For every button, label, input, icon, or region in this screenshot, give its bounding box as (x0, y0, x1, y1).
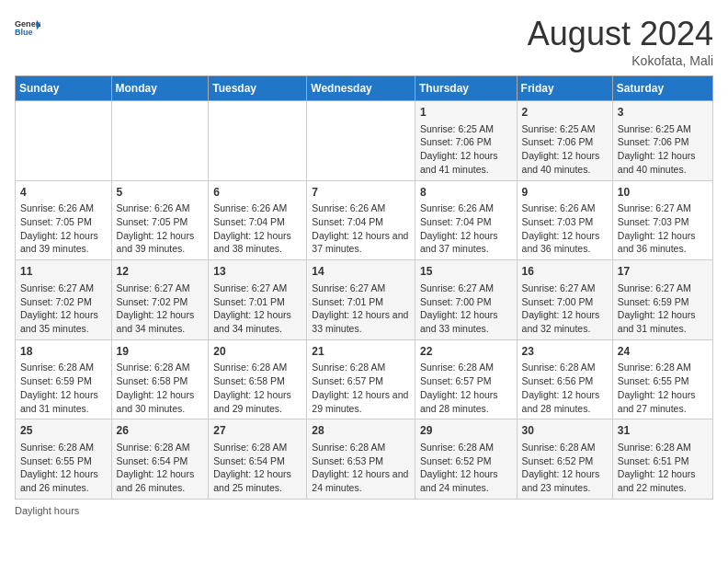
day-info: Sunrise: 6:28 AM (312, 361, 410, 374)
calendar-cell: 13Sunrise: 6:27 AMSunset: 7:01 PMDayligh… (209, 260, 307, 340)
day-number: 2 (522, 105, 608, 121)
day-info: Sunrise: 6:28 AM (20, 441, 107, 454)
day-info: Sunrise: 6:27 AM (213, 282, 301, 295)
day-number: 16 (522, 264, 608, 280)
calendar-cell: 14Sunrise: 6:27 AMSunset: 7:01 PMDayligh… (307, 260, 415, 340)
day-number: 17 (618, 264, 708, 280)
calendar-table: SundayMondayTuesdayWednesdayThursdayFrid… (15, 75, 713, 500)
calendar-cell: 6Sunrise: 6:26 AMSunset: 7:04 PMDaylight… (209, 180, 307, 260)
day-number: 28 (312, 423, 410, 439)
day-info: Sunset: 7:00 PM (420, 295, 512, 309)
day-info: Sunset: 6:54 PM (213, 454, 301, 468)
calendar-cell: 12Sunrise: 6:27 AMSunset: 7:02 PMDayligh… (111, 260, 209, 340)
col-header-tuesday: Tuesday (209, 76, 307, 101)
calendar-cell: 28Sunrise: 6:28 AMSunset: 6:53 PMDayligh… (307, 419, 415, 500)
day-info: Daylight: 12 hours and 25 minutes. (213, 467, 301, 494)
day-info: Sunrise: 6:28 AM (117, 441, 204, 454)
day-info: Sunrise: 6:28 AM (618, 361, 708, 374)
day-info: Daylight: 12 hours and 23 minutes. (522, 467, 608, 494)
day-number: 27 (213, 423, 301, 439)
day-info: Daylight: 12 hours and 31 minutes. (618, 308, 708, 335)
day-info: Sunset: 7:04 PM (312, 215, 410, 229)
location-label: Kokofata, Mali (528, 53, 713, 68)
day-info: Sunset: 6:52 PM (522, 454, 608, 468)
calendar-week-4: 18Sunrise: 6:28 AMSunset: 6:59 PMDayligh… (16, 339, 713, 419)
calendar-cell (111, 101, 209, 181)
calendar-header-row: SundayMondayTuesdayWednesdayThursdayFrid… (16, 76, 713, 101)
day-info: Sunset: 6:55 PM (20, 454, 107, 468)
day-info: Sunrise: 6:26 AM (312, 201, 410, 215)
calendar-cell: 10Sunrise: 6:27 AMSunset: 7:03 PMDayligh… (612, 180, 712, 260)
generalblue-logo-icon: General Blue (15, 15, 40, 40)
day-info: Sunrise: 6:27 AM (117, 282, 204, 295)
day-info: Sunrise: 6:28 AM (117, 361, 204, 374)
calendar-cell: 8Sunrise: 6:26 AMSunset: 7:04 PMDaylight… (415, 180, 517, 260)
day-number: 5 (117, 185, 204, 201)
day-number: 25 (20, 423, 107, 439)
day-info: Daylight: 12 hours and 32 minutes. (522, 308, 608, 335)
day-info: Sunset: 7:03 PM (618, 215, 708, 229)
svg-text:Blue: Blue (15, 28, 33, 37)
day-info: Sunrise: 6:26 AM (117, 201, 204, 215)
footer-note: Daylight hours (15, 505, 713, 516)
calendar-week-2: 4Sunrise: 6:26 AMSunset: 7:05 PMDaylight… (16, 180, 713, 260)
day-info: Sunrise: 6:28 AM (522, 361, 608, 374)
calendar-cell: 3Sunrise: 6:25 AMSunset: 7:06 PMDaylight… (612, 101, 712, 181)
calendar-cell: 16Sunrise: 6:27 AMSunset: 7:00 PMDayligh… (517, 260, 612, 340)
day-info: Sunset: 7:04 PM (213, 215, 301, 229)
day-number: 8 (420, 185, 512, 201)
calendar-cell: 9Sunrise: 6:26 AMSunset: 7:03 PMDaylight… (517, 180, 612, 260)
day-info: Sunset: 7:04 PM (420, 215, 512, 229)
calendar-week-5: 25Sunrise: 6:28 AMSunset: 6:55 PMDayligh… (16, 419, 713, 500)
day-info: Daylight: 12 hours and 34 minutes. (213, 308, 301, 335)
calendar-cell: 30Sunrise: 6:28 AMSunset: 6:52 PMDayligh… (517, 419, 612, 500)
day-info: Daylight: 12 hours and 29 minutes. (213, 388, 301, 415)
day-info: Sunset: 7:00 PM (522, 295, 608, 309)
day-info: Daylight: 12 hours and 35 minutes. (20, 308, 107, 335)
day-info: Daylight: 12 hours and 36 minutes. (618, 229, 708, 256)
calendar-cell: 7Sunrise: 6:26 AMSunset: 7:04 PMDaylight… (307, 180, 415, 260)
day-info: Sunset: 6:56 PM (522, 374, 608, 388)
day-info: Sunset: 7:06 PM (618, 135, 708, 149)
day-number: 22 (420, 344, 512, 360)
day-info: Daylight: 12 hours and 40 minutes. (618, 149, 708, 176)
day-number: 3 (618, 105, 708, 121)
day-info: Daylight: 12 hours and 31 minutes. (20, 388, 107, 415)
day-info: Sunrise: 6:27 AM (420, 282, 512, 295)
calendar-cell: 25Sunrise: 6:28 AMSunset: 6:55 PMDayligh… (16, 419, 112, 500)
day-info: Sunset: 7:05 PM (117, 215, 204, 229)
day-info: Sunrise: 6:27 AM (522, 282, 608, 295)
day-info: Sunset: 6:53 PM (312, 454, 410, 468)
day-number: 11 (20, 264, 107, 280)
day-info: Sunrise: 6:27 AM (312, 282, 410, 295)
day-info: Sunrise: 6:28 AM (20, 361, 107, 374)
col-header-saturday: Saturday (612, 76, 712, 101)
day-info: Daylight: 12 hours and 33 minutes. (312, 308, 410, 335)
col-header-sunday: Sunday (16, 76, 112, 101)
calendar-cell: 21Sunrise: 6:28 AMSunset: 6:57 PMDayligh… (307, 339, 415, 419)
day-info: Daylight: 12 hours and 37 minutes. (420, 229, 512, 256)
daylight-hours-label: Daylight hours (15, 505, 79, 516)
day-info: Sunrise: 6:28 AM (312, 441, 410, 454)
day-info: Sunrise: 6:28 AM (420, 441, 512, 454)
day-info: Daylight: 12 hours and 24 minutes. (420, 467, 512, 494)
day-info: Sunrise: 6:28 AM (213, 441, 301, 454)
title-area: August 2024 Kokofata, Mali (528, 15, 713, 68)
day-info: Sunrise: 6:27 AM (618, 201, 708, 215)
day-number: 12 (117, 264, 204, 280)
day-info: Daylight: 12 hours and 29 minutes. (312, 388, 410, 415)
day-info: Sunrise: 6:26 AM (420, 201, 512, 215)
day-info: Daylight: 12 hours and 26 minutes. (117, 467, 204, 494)
day-info: Sunset: 6:57 PM (420, 374, 512, 388)
day-info: Sunrise: 6:28 AM (420, 361, 512, 374)
day-info: Sunrise: 6:27 AM (618, 282, 708, 295)
calendar-cell: 23Sunrise: 6:28 AMSunset: 6:56 PMDayligh… (517, 339, 612, 419)
calendar-cell: 22Sunrise: 6:28 AMSunset: 6:57 PMDayligh… (415, 339, 517, 419)
day-info: Sunset: 6:51 PM (618, 454, 708, 468)
day-info: Sunrise: 6:25 AM (522, 122, 608, 136)
day-number: 19 (117, 344, 204, 360)
day-number: 26 (117, 423, 204, 439)
day-info: Sunset: 7:03 PM (522, 215, 608, 229)
calendar-cell: 27Sunrise: 6:28 AMSunset: 6:54 PMDayligh… (209, 419, 307, 500)
col-header-thursday: Thursday (415, 76, 517, 101)
